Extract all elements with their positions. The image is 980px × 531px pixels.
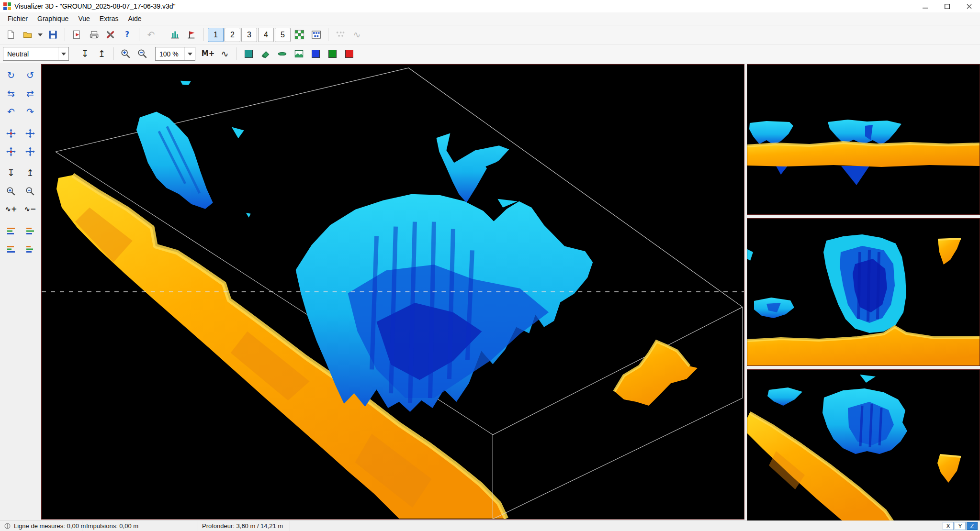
zoom-in-button[interactable] <box>118 46 134 62</box>
toolbar-separator <box>163 28 163 41</box>
zoom-in-side-button[interactable] <box>3 184 19 199</box>
point-cloud-button[interactable] <box>332 27 348 43</box>
status-impulses: Impulsions: 0,00 m <box>82 521 198 531</box>
layer-lines-button-1[interactable] <box>3 223 19 238</box>
view-button-3[interactable]: 3 <box>241 28 257 42</box>
toolbar-separator <box>237 47 237 60</box>
zoom-out-side-button[interactable] <box>22 184 38 199</box>
chevron-down-icon <box>184 47 195 60</box>
menu-vue[interactable]: Vue <box>73 13 94 24</box>
top-view-scene <box>747 65 980 214</box>
roll-right-button[interactable]: ↷ <box>22 104 38 119</box>
layer-lines-button-4[interactable] <box>22 242 38 256</box>
axis-x-button[interactable]: X <box>943 522 954 530</box>
signal-plus-button[interactable]: ∿+ <box>3 202 19 217</box>
palette-select[interactable]: Neutral <box>3 47 69 61</box>
move-left-button[interactable] <box>3 144 19 159</box>
eraser-button[interactable] <box>258 46 273 62</box>
window-title: Visualizer 3D - "GROUND_2025-08-07_17-06… <box>14 2 176 10</box>
right-panel <box>747 64 980 520</box>
close-button[interactable] <box>958 0 980 12</box>
zoom-in-icon <box>6 187 16 196</box>
orange-band <box>747 143 980 167</box>
color-red-button[interactable] <box>341 46 357 62</box>
move-right-button[interactable] <box>22 144 38 159</box>
roll-left-button[interactable]: ↶ <box>3 104 19 119</box>
tilt-forward-button[interactable]: ↻ <box>3 68 19 83</box>
print-button[interactable] <box>86 27 101 43</box>
view-button-2[interactable]: 2 <box>225 28 240 42</box>
axis-buttons: X Y Z <box>940 521 980 531</box>
color-filter-button[interactable] <box>241 46 257 62</box>
impulse-add-button[interactable]: M+ <box>200 46 216 62</box>
window-controls <box>914 0 980 12</box>
wave-icon: ∿ <box>221 49 229 58</box>
depth-top-button[interactable]: ↥ <box>94 46 110 62</box>
signal-filter-button[interactable] <box>167 27 183 43</box>
blue-square-icon <box>312 50 320 58</box>
depth-down-side-button[interactable]: ↧ <box>3 166 19 180</box>
statusbar: Ligne de mesures: 0,00 m Impulsions: 0,0… <box>0 520 980 531</box>
rotate-right-button[interactable]: ⇄ <box>22 86 38 101</box>
undo-button[interactable]: ↶ <box>143 27 159 43</box>
open-button[interactable] <box>20 27 35 43</box>
layers-icon <box>25 244 35 254</box>
move-up-button[interactable] <box>3 126 19 141</box>
move-icon <box>6 147 16 156</box>
zoom-in-icon <box>121 49 131 59</box>
depth-bottom-button[interactable]: ↧ <box>77 46 93 62</box>
perspective-view[interactable] <box>747 369 980 522</box>
menu-graphique[interactable]: Graphique <box>33 13 73 24</box>
chevron-down-icon <box>58 47 68 60</box>
impulse-wave-button[interactable]: ∿ <box>217 46 233 62</box>
minimize-button[interactable] <box>914 0 936 12</box>
scan-window-button[interactable] <box>308 27 324 43</box>
layer-lines-button-3[interactable] <box>3 242 19 256</box>
color-blue-button[interactable] <box>308 46 324 62</box>
top-view[interactable] <box>747 64 980 215</box>
menu-aide[interactable]: Aide <box>123 13 146 24</box>
titlebar: Visualizer 3D - "GROUND_2025-08-07_17-06… <box>0 0 980 12</box>
new-document-button[interactable] <box>3 27 19 43</box>
layers-icon <box>6 244 16 254</box>
zoom-out-button[interactable] <box>135 46 150 62</box>
main-3d-view[interactable] <box>41 64 744 520</box>
signal-graph-button[interactable]: ∿ <box>349 27 365 43</box>
signal-marker-button[interactable] <box>184 27 200 43</box>
view-button-4[interactable]: 4 <box>258 28 274 42</box>
signal-minus-button[interactable]: ∿− <box>22 202 38 217</box>
zoom-select[interactable]: 100 % <box>155 47 195 61</box>
blue-anomaly-central <box>296 194 593 412</box>
maximize-button[interactable] <box>936 0 958 12</box>
rotate-left-button[interactable]: ⇆ <box>3 86 19 101</box>
background-image-button[interactable] <box>291 46 307 62</box>
axis-y-button[interactable]: Y <box>955 522 966 530</box>
layer-lines-button-2[interactable] <box>22 223 38 238</box>
view-button-1[interactable]: 1 <box>208 28 224 42</box>
signal-marker-icon <box>187 30 197 40</box>
axis-z-button[interactable]: Z <box>967 522 978 530</box>
menu-extras[interactable]: Extras <box>95 13 124 24</box>
report-button[interactable] <box>69 27 85 43</box>
zoom-value: 100 % <box>159 50 184 58</box>
move-down-button[interactable] <box>22 126 38 141</box>
layers-icon <box>25 226 35 236</box>
color-green-button[interactable] <box>325 46 340 62</box>
zoom-out-icon <box>137 49 147 59</box>
help-button[interactable]: ? <box>119 27 135 43</box>
view-button-5[interactable]: 5 <box>275 28 291 42</box>
grid-view-button[interactable] <box>292 27 307 43</box>
depth-up-side-button[interactable]: ↥ <box>22 166 38 180</box>
open-dropdown-button[interactable] <box>36 27 44 43</box>
scan-window-icon <box>311 30 321 40</box>
menubar: Fichier Graphique Vue Extras Aide <box>0 12 980 25</box>
tilt-backward-button[interactable]: ↺ <box>22 68 38 83</box>
line-tool-button[interactable] <box>274 46 290 62</box>
status-impulses-text: Impulsions: 0,00 m <box>86 522 138 530</box>
toolbar-separator <box>203 28 204 41</box>
side-view[interactable] <box>747 218 980 366</box>
save-button[interactable] <box>45 27 61 43</box>
settings-button[interactable] <box>102 27 118 43</box>
open-folder-icon <box>23 30 33 40</box>
menu-fichier[interactable]: Fichier <box>3 13 33 24</box>
